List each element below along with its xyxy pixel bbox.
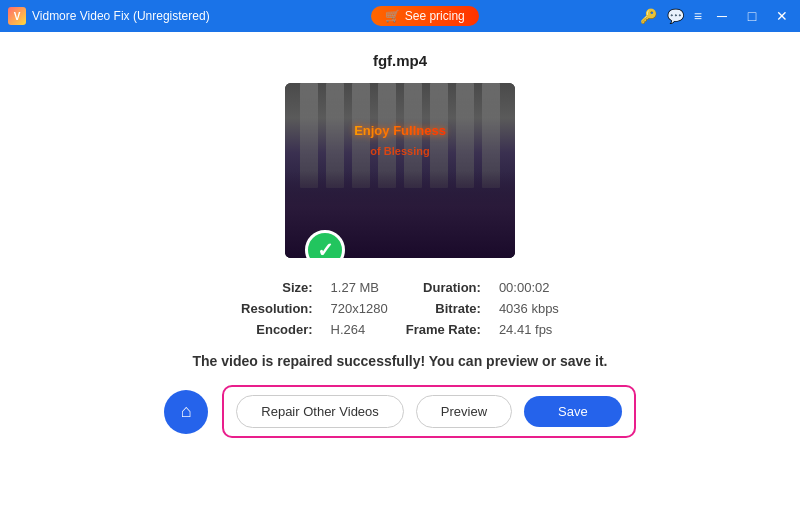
key-icon[interactable]: 🔑 xyxy=(640,8,657,24)
file-info-grid: Size: 1.27 MB Duration: 00:00:02 Resolut… xyxy=(241,280,559,337)
title-bar: V Vidmore Video Fix (Unregistered) 🛒 See… xyxy=(0,0,800,32)
repair-other-videos-button[interactable]: Repair Other Videos xyxy=(236,395,404,428)
filename: fgf.mp4 xyxy=(373,52,427,69)
encoder-value: H.264 xyxy=(331,322,388,337)
action-buttons-container: Repair Other Videos Preview Save xyxy=(222,385,635,438)
duration-label: Duration: xyxy=(406,280,481,295)
neon-text-line2: of Blessing xyxy=(370,145,429,157)
home-button[interactable]: ⌂ xyxy=(164,390,208,434)
title-bar-right: 🔑 💬 ≡ ─ □ ✕ xyxy=(640,8,792,24)
success-message: The video is repaired successfully! You … xyxy=(193,353,608,369)
app-icon: V xyxy=(8,7,26,25)
bitrate-label: Bitrate: xyxy=(406,301,481,316)
menu-icon[interactable]: ≡ xyxy=(694,8,702,24)
size-label: Size: xyxy=(241,280,313,295)
save-button[interactable]: Save xyxy=(524,396,622,427)
chat-icon[interactable]: 💬 xyxy=(667,8,684,24)
minimize-button[interactable]: ─ xyxy=(712,8,732,24)
cart-icon: 🛒 xyxy=(385,9,400,23)
encoder-label: Encoder: xyxy=(241,322,313,337)
neon-text-line1: Enjoy Fullness xyxy=(354,123,446,138)
home-icon: ⌂ xyxy=(181,401,192,422)
app-title: Vidmore Video Fix (Unregistered) xyxy=(32,9,210,23)
bitrate-value: 4036 kbps xyxy=(499,301,559,316)
resolution-label: Resolution: xyxy=(241,301,313,316)
bottom-action-bar: ⌂ Repair Other Videos Preview Save xyxy=(164,385,635,438)
size-value: 1.27 MB xyxy=(331,280,388,295)
main-content: fgf.mp4 Enjoy Fullness of Blessing ✓ Siz… xyxy=(0,32,800,523)
duration-value: 00:00:02 xyxy=(499,280,559,295)
see-pricing-button[interactable]: 🛒 See pricing xyxy=(371,6,479,26)
resolution-value: 720x1280 xyxy=(331,301,388,316)
see-pricing-label: See pricing xyxy=(405,9,465,23)
maximize-button[interactable]: □ xyxy=(742,8,762,24)
preview-button[interactable]: Preview xyxy=(416,395,512,428)
title-bar-center: 🛒 See pricing xyxy=(371,6,479,26)
framerate-value: 24.41 fps xyxy=(499,322,559,337)
framerate-label: Frame Rate: xyxy=(406,322,481,337)
close-button[interactable]: ✕ xyxy=(772,8,792,24)
video-thumbnail: Enjoy Fullness of Blessing ✓ xyxy=(285,83,515,258)
title-bar-left: V Vidmore Video Fix (Unregistered) xyxy=(8,7,210,25)
